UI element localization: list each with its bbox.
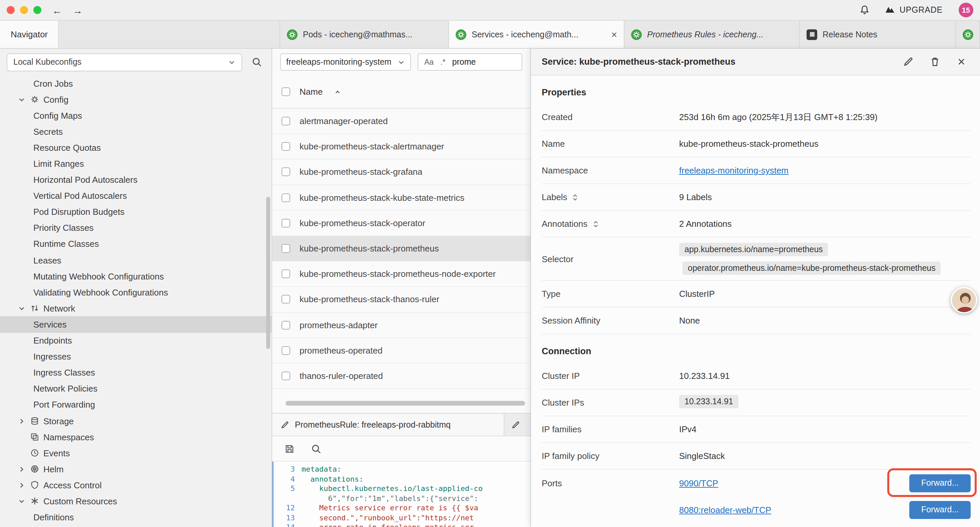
sidebar-item-access-control[interactable]: Access Control (0, 477, 272, 493)
tab-prometheus-rules[interactable]: Prometheus Rules - icecheng... (624, 21, 800, 48)
sidebar-item-secrets[interactable]: Secrets (0, 124, 272, 140)
code-line: Metrics service error rate is {{ $va (302, 504, 478, 513)
window-zoom-button[interactable] (33, 6, 41, 14)
dock-tab-prometheusrule[interactable]: PrometheusRule: freeleaps-prod-rabbitmq (272, 414, 504, 436)
row-checkbox[interactable] (282, 117, 290, 126)
row-checkbox[interactable] (282, 372, 290, 380)
sidebar-item-priority-classes[interactable]: Priority Classes (0, 220, 272, 236)
upgrade-button[interactable]: UPGRADE (885, 4, 943, 16)
notifications-bell-icon[interactable] (859, 5, 870, 15)
namespace-select[interactable]: freeleaps-monitoring-system (280, 53, 411, 71)
sidebar-item-ingress-classes[interactable]: Ingress Classes (0, 365, 272, 381)
sidebar-item-resource-quotas[interactable]: Resource Quotas (0, 140, 272, 156)
chevron-down-icon (18, 497, 25, 505)
table-row[interactable]: alertmanager-operated (272, 109, 530, 134)
sidebar-item-ingresses[interactable]: Ingresses (0, 349, 272, 365)
table-row[interactable]: prometheus-adapter (272, 312, 530, 338)
row-checkbox[interactable] (282, 295, 290, 304)
expand-sort-icon[interactable] (571, 193, 579, 201)
sidebar-item-namespaces[interactable]: Namespaces (0, 429, 272, 445)
sidebar-item-leases[interactable]: Leases (0, 252, 272, 268)
row-checkbox[interactable] (282, 346, 290, 355)
port-link-9090[interactable]: 9090/TCP (679, 478, 718, 488)
sidebar-item-config[interactable]: Config (0, 91, 272, 107)
navigator-panel-tab[interactable]: Navigator (0, 21, 59, 48)
table-row[interactable]: kube-prometheus-stack-alertmanager (272, 134, 530, 159)
table-row[interactable]: kube-prometheus-stack-grafana (272, 160, 530, 185)
save-icon[interactable] (282, 441, 298, 457)
table-row[interactable]: kube-prometheus-stack-operator (272, 211, 530, 236)
port-link-8080[interactable]: 8080:reloader-web/TCP (679, 505, 771, 515)
table-row[interactable]: kube-prometheus-stack-prometheus-node-ex… (272, 261, 530, 287)
sidebar-item-pod-disruption-budgets[interactable]: Pod Disruption Budgets (0, 204, 272, 220)
notification-count-badge[interactable]: 15 (959, 3, 973, 18)
expand-sort-icon[interactable] (592, 220, 600, 228)
table-row[interactable]: kube-prometheus-stack-kube-state-metrics (272, 185, 530, 210)
search-input[interactable]: Aa .* prome (418, 53, 522, 71)
sidebar-item-mutating-webhook-configurations[interactable]: Mutating Webhook Configurations (0, 268, 272, 284)
row-checkbox[interactable] (282, 142, 290, 151)
table-row[interactable]: thanos-ruler-operated (272, 363, 530, 389)
row-checkbox[interactable] (282, 269, 290, 278)
editor-search-icon[interactable] (308, 441, 324, 457)
sidebar-item-runtime-classes[interactable]: Runtime Classes (0, 236, 272, 252)
select-all-checkbox[interactable] (282, 88, 290, 96)
sort-ascending-icon[interactable] (333, 88, 341, 96)
sidebar-item-port-forwarding[interactable]: Port Forwarding (0, 397, 272, 413)
sidebar-item-services[interactable]: Services (0, 317, 272, 333)
upgrade-label: UPGRADE (900, 5, 943, 15)
close-icon[interactable]: × (953, 54, 969, 70)
sidebar-item-limit-ranges[interactable]: Limit Ranges (0, 156, 272, 172)
row-checkbox[interactable] (282, 193, 290, 202)
namespaces-icon (29, 432, 39, 442)
kubernetes-cluster-icon (963, 29, 973, 40)
tab-argo[interactable]: Argo Se (956, 21, 980, 48)
row-checkbox[interactable] (282, 244, 290, 253)
sidebar-item-config-maps[interactable]: Config Maps (0, 107, 272, 123)
name-column-header[interactable]: Name (299, 87, 323, 97)
section-title-properties: Properties (542, 75, 970, 104)
table-row[interactable]: kube-prometheus-stack-thanos-ruler (272, 287, 530, 312)
sidebar-search-icon[interactable] (249, 54, 265, 70)
table-row-selected[interactable]: kube-prometheus-stack-prometheus (272, 236, 530, 261)
list-toolbar: freeleaps-monitoring-system Aa .* prome (272, 49, 530, 75)
sidebar-item-storage[interactable]: Storage (0, 413, 272, 429)
sidebar-item-horizontal-pod-autoscalers[interactable]: Horizontal Pod Autoscalers (0, 172, 272, 188)
sidebar-item-custom-resources[interactable]: Custom Resources (0, 493, 272, 509)
tab-pods[interactable]: Pods - icecheng@mathmas... (280, 21, 449, 48)
back-arrow-icon[interactable]: ← (52, 5, 62, 15)
avatar[interactable] (951, 287, 977, 314)
sidebar-item-network-policies[interactable]: Network Policies (0, 381, 272, 397)
row-checkbox[interactable] (282, 168, 290, 177)
sidebar-item-events[interactable]: Events (0, 445, 272, 461)
kubeconfig-select[interactable]: Local Kubeconfigs (7, 53, 242, 71)
sidebar-item-network[interactable]: Network (0, 301, 272, 317)
dock-tab-partial[interactable] (504, 414, 530, 436)
sidebar-item-definitions[interactable]: Definitions (0, 509, 272, 525)
tab-close-icon[interactable]: × (611, 29, 617, 39)
tab-services-active[interactable]: Services - icecheng@math... × (449, 21, 624, 48)
row-checkbox[interactable] (282, 320, 290, 329)
edit-pencil-icon[interactable] (900, 54, 916, 70)
horizontal-scrollbar[interactable] (272, 400, 530, 408)
detail-row-type: Type ClusterIP (542, 281, 970, 307)
yaml-editor[interactable]: 3metadata: 4 annotations: 5 kubectl.kube… (272, 462, 530, 527)
forward-arrow-icon[interactable]: → (73, 5, 83, 15)
namespace-link[interactable]: freeleaps-monitoring-system (679, 166, 789, 175)
sidebar-item-vertical-pod-autoscalers[interactable]: Vertical Pod Autoscalers (0, 188, 272, 204)
forward-button[interactable]: Forward... (909, 501, 970, 519)
window-close-button[interactable] (7, 6, 15, 14)
delete-trash-icon[interactable] (927, 54, 943, 70)
sidebar-item-cron-jobs[interactable]: Cron Jobs (0, 75, 272, 91)
sidebar-scrollbar[interactable] (266, 197, 270, 349)
forward-button[interactable]: Forward... (909, 474, 970, 492)
window-minimize-button[interactable] (20, 6, 28, 14)
row-checkbox[interactable] (282, 219, 290, 228)
regex-toggle[interactable]: .* (440, 58, 445, 66)
tab-release-notes[interactable]: Release Notes (800, 21, 956, 48)
table-row[interactable]: prometheus-operated (272, 338, 530, 363)
match-case-toggle[interactable]: Aa (424, 58, 434, 66)
sidebar-item-validating-webhook-configurations[interactable]: Validating Webhook Configurations (0, 284, 272, 300)
sidebar-item-helm[interactable]: Helm (0, 461, 272, 477)
sidebar-item-endpoints[interactable]: Endpoints (0, 333, 272, 349)
